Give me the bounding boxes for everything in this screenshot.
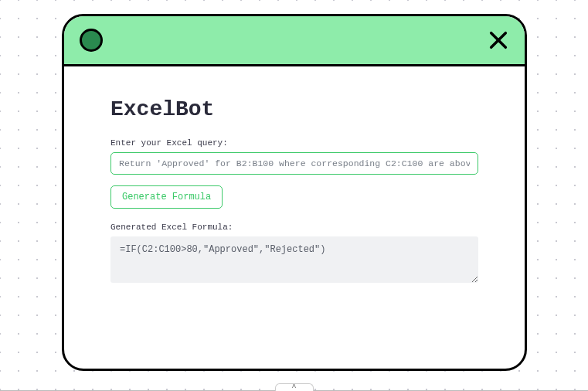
output-label: Generated Excel Formula: [110, 223, 478, 232]
app-title: ExcelBot [110, 97, 478, 121]
query-input-label: Enter your Excel query: [110, 138, 478, 148]
generate-formula-button[interactable]: Generate Formula [110, 185, 223, 209]
close-icon[interactable] [488, 29, 509, 51]
app-window: ExcelBot Enter your Excel query: Generat… [62, 14, 527, 371]
formula-output[interactable] [110, 236, 478, 283]
content-area: ExcelBot Enter your Excel query: Generat… [64, 66, 525, 302]
expand-handle-icon[interactable]: ^ [275, 383, 314, 391]
titlebar [64, 16, 525, 66]
query-input[interactable] [110, 152, 478, 175]
traffic-light-icon[interactable] [80, 29, 103, 52]
